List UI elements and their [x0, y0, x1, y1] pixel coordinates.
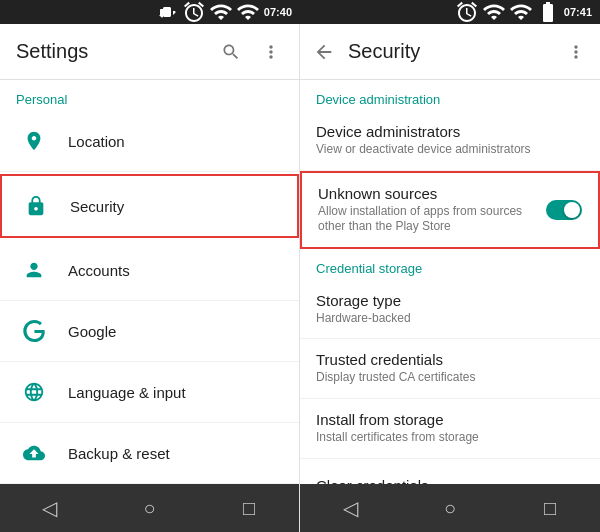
- settings-item-security[interactable]: Security: [0, 174, 299, 238]
- accounts-icon: [16, 252, 52, 288]
- right-status-bar: 07:41: [300, 0, 600, 24]
- left-time: 07:40: [264, 6, 292, 18]
- install-storage-subtitle: Install certificates from storage: [316, 430, 584, 446]
- unknown-sources-subtitle: Allow installation of apps from sources …: [318, 204, 538, 235]
- location-icon: [16, 123, 52, 159]
- search-button[interactable]: [219, 40, 243, 64]
- recents-button-left[interactable]: □: [229, 488, 269, 528]
- recents-button-right[interactable]: □: [530, 488, 570, 528]
- right-more-options-button[interactable]: [564, 40, 588, 64]
- right-status-icons: [455, 0, 560, 24]
- security-panel-title: Security: [348, 40, 564, 63]
- left-status-icons: [155, 0, 260, 24]
- left-status-bar: 07:40: [0, 0, 300, 24]
- status-bars: 07:40 07:41: [0, 0, 600, 24]
- security-label: Security: [70, 198, 124, 215]
- device-admin-section-label: Device administration: [300, 80, 600, 111]
- clear-credentials-title: Clear credentials: [316, 477, 584, 484]
- security-item-device-admins[interactable]: Device administrators View or deactivate…: [300, 111, 600, 171]
- google-label: Google: [68, 323, 116, 340]
- right-time: 07:41: [564, 6, 592, 18]
- right-app-bar: Security: [300, 24, 600, 80]
- back-button-left[interactable]: ◁: [30, 488, 70, 528]
- backup-icon: [16, 435, 52, 471]
- unknown-sources-toggle[interactable]: [546, 200, 582, 220]
- main-content: Settings Personal Location: [0, 24, 600, 532]
- left-panel: Settings Personal Location: [0, 24, 300, 532]
- credential-storage-section-label: Credential storage: [300, 249, 600, 280]
- back-button-right[interactable]: ◁: [330, 488, 370, 528]
- home-button-right[interactable]: ○: [430, 488, 470, 528]
- storage-type-title: Storage type: [316, 292, 584, 309]
- settings-item-location[interactable]: Location: [0, 111, 299, 172]
- location-label: Location: [68, 133, 125, 150]
- settings-list: Personal Location Security Acc: [0, 80, 299, 484]
- security-list: Device administration Device administrat…: [300, 80, 600, 484]
- trusted-credentials-subtitle: Display trusted CA certificates: [316, 370, 584, 386]
- settings-item-accounts[interactable]: Accounts: [0, 240, 299, 301]
- settings-title: Settings: [16, 40, 219, 63]
- back-button-right-appbar[interactable]: [312, 40, 336, 64]
- device-admins-subtitle: View or deactivate device administrators: [316, 142, 584, 158]
- google-icon: [16, 313, 52, 349]
- security-icon: [18, 188, 54, 224]
- personal-section-label: Personal: [0, 80, 299, 111]
- device-admins-title: Device administrators: [316, 123, 584, 140]
- right-panel: Security Device administration Device ad…: [300, 24, 600, 532]
- right-nav-bar: ◁ ○ □: [300, 484, 600, 532]
- security-item-storage-type[interactable]: Storage type Hardware-backed: [300, 280, 600, 340]
- install-storage-title: Install from storage: [316, 411, 584, 428]
- security-item-install-storage[interactable]: Install from storage Install certificate…: [300, 399, 600, 459]
- left-app-bar-icons: [219, 40, 283, 64]
- security-item-unknown-sources[interactable]: Unknown sources Allow installation of ap…: [300, 171, 600, 249]
- more-options-button[interactable]: [259, 40, 283, 64]
- left-nav-bar: ◁ ○ □: [0, 484, 299, 532]
- backup-label: Backup & reset: [68, 445, 170, 462]
- language-label: Language & input: [68, 384, 186, 401]
- accounts-label: Accounts: [68, 262, 130, 279]
- home-button-left[interactable]: ○: [129, 488, 169, 528]
- left-app-bar: Settings: [0, 24, 299, 80]
- trusted-credentials-title: Trusted credentials: [316, 351, 584, 368]
- language-icon: [16, 374, 52, 410]
- storage-type-subtitle: Hardware-backed: [316, 311, 584, 327]
- settings-item-language[interactable]: Language & input: [0, 362, 299, 423]
- security-item-trusted-credentials[interactable]: Trusted credentials Display trusted CA c…: [300, 339, 600, 399]
- settings-item-google[interactable]: Google: [0, 301, 299, 362]
- settings-item-backup[interactable]: Backup & reset: [0, 423, 299, 484]
- unknown-sources-title: Unknown sources: [318, 185, 538, 202]
- security-item-clear-credentials[interactable]: Clear credentials: [300, 459, 600, 484]
